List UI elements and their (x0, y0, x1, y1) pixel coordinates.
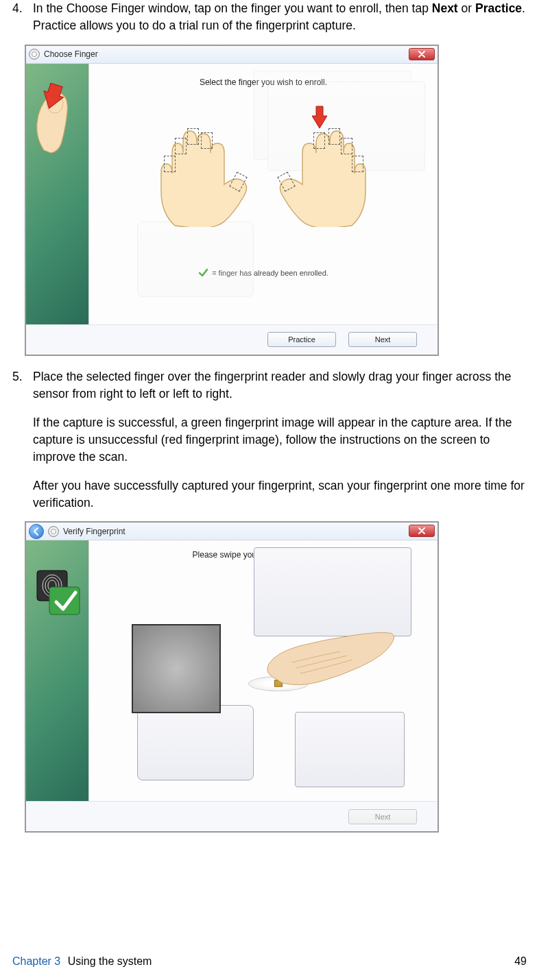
step-5-body: Place the selected finger over the finge… (33, 368, 527, 403)
dialog-footer-1: Practice Next (26, 324, 438, 355)
enrolled-legend-text: = finger has already been enrolled. (212, 269, 328, 277)
next-button-disabled: Next (348, 809, 417, 824)
left-hand[interactable] (156, 110, 259, 227)
step-4-bold-next: Next (432, 1, 458, 15)
left-ring-target[interactable] (175, 138, 187, 154)
right-hand[interactable] (268, 110, 371, 227)
chapter-title: Using the system (68, 955, 152, 967)
step-5: 5. Place the selected finger over the fi… (12, 368, 527, 403)
fingerprint-app-icon (29, 49, 40, 60)
step-5-number: 5. (12, 368, 33, 403)
left-index-target[interactable] (201, 132, 213, 149)
hands-selector (156, 110, 371, 227)
right-index-target[interactable] (313, 132, 325, 149)
hand-on-sensor-illustration (244, 597, 395, 706)
red-arrow-corner-icon (41, 83, 64, 113)
back-button[interactable] (29, 524, 44, 539)
selected-finger-arrow-icon (312, 105, 327, 130)
next-button[interactable]: Next (348, 332, 417, 347)
step-4-body: In the Choose Finger window, tap on the … (33, 0, 527, 35)
fingerprint-app-icon-2 (48, 526, 59, 537)
close-icon-2 (418, 527, 426, 534)
step-4: 4. In the Choose Finger window, tap on t… (12, 0, 527, 35)
left-middle-target[interactable] (187, 128, 199, 145)
left-pinky-target[interactable] (164, 156, 176, 172)
page-number: 49 (514, 955, 527, 968)
paragraph-capture-result: If the capture is successful, a green fi… (33, 414, 527, 466)
practice-button-label: Practice (288, 335, 315, 344)
verify-row (132, 590, 395, 713)
close-button[interactable] (409, 48, 435, 60)
step-4-text-a: In the Choose Finger window, tap on the … (33, 1, 432, 15)
titlebar-verify: Verify Fingerprint (26, 523, 438, 540)
practice-button[interactable]: Practice (267, 332, 336, 347)
sidebar-green (26, 64, 89, 324)
back-arrow-icon (32, 527, 40, 536)
screenshot-verify-fingerprint: Verify Fingerprint (25, 521, 439, 833)
capture-area (132, 590, 221, 713)
right-pinky-target[interactable] (352, 156, 363, 172)
sidebar-green-2 (26, 540, 89, 801)
paragraph-verification: After you have successfully captured you… (33, 477, 527, 512)
step-4-number: 4. (12, 0, 33, 35)
titlebar-choose-finger: Choose Finger (26, 46, 438, 64)
window-title-verify: Verify Fingerprint (63, 527, 125, 536)
step-4-bold-practice: Practice (475, 1, 522, 15)
right-ring-target[interactable] (341, 138, 352, 154)
right-middle-target[interactable] (328, 128, 340, 145)
fingerprint-badge-icon (36, 569, 81, 620)
instruction-text: Select the finger you wish to enroll. (200, 77, 327, 87)
page-footer: Chapter 3 Using the system 49 (12, 955, 527, 968)
chapter-info: Chapter 3 Using the system (12, 955, 152, 968)
step-4-text-b: or (458, 1, 475, 15)
window-title-choose-finger: Choose Finger (44, 49, 98, 59)
screenshot-choose-finger: Choose Finger (25, 45, 439, 356)
main-panel-verify: Please swipe your finger on the sensor (89, 540, 438, 801)
next-button-label-2: Next (375, 813, 391, 821)
scan-preview-box (132, 624, 221, 713)
close-icon (418, 51, 426, 58)
main-panel-choose: Select the finger you wish to enroll. (89, 64, 438, 324)
checkmark-icon (198, 268, 208, 278)
close-button-2[interactable] (409, 525, 435, 537)
chapter-label: Chapter 3 (12, 955, 60, 967)
dialog-footer-2: Next (26, 801, 438, 831)
next-button-label-1: Next (375, 335, 391, 344)
enrolled-legend: = finger has already been enrolled. (198, 268, 328, 278)
